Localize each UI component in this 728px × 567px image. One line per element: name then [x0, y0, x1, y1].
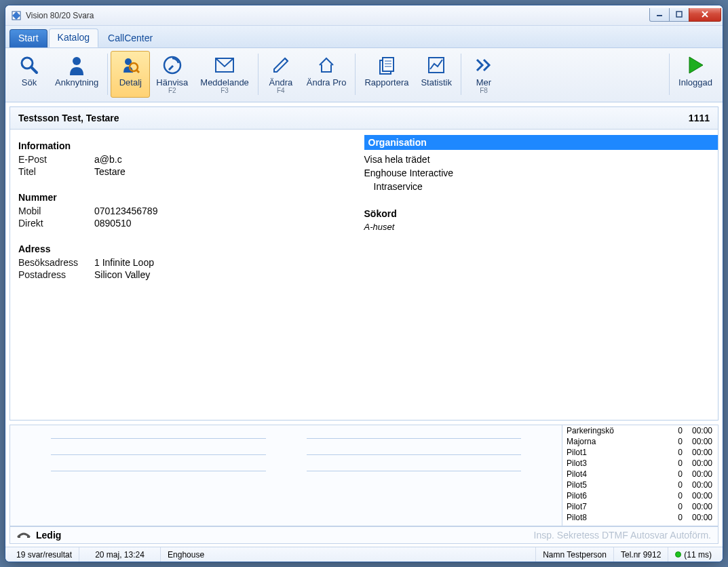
note-line — [51, 470, 266, 471]
queue-count: 0 — [669, 502, 683, 511]
extension-button[interactable]: Anknytning — [49, 51, 104, 98]
tab-callcenter[interactable]: CallCenter — [100, 30, 161, 47]
app-icon — [11, 10, 22, 21]
info-heading: Information — [18, 140, 364, 151]
status-ping: (11 ms) — [668, 547, 719, 562]
more-shortcut: F8 — [480, 87, 488, 94]
queue-count: 0 — [669, 437, 683, 446]
person-magnifier-icon — [119, 54, 141, 76]
contact-card: Testsson Test, Testare 1111 Information … — [9, 106, 719, 421]
svg-point-5 — [73, 57, 81, 65]
phone-icon — [17, 530, 31, 541]
pencil-icon — [270, 54, 292, 76]
queue-row[interactable]: Pilot4000:00 — [562, 469, 718, 480]
queue-name: Pilot1 — [567, 448, 669, 457]
direkt-label: Direkt — [18, 218, 94, 229]
edit-pro-label: Ändra Pro — [307, 77, 347, 87]
magnifier-icon — [18, 54, 40, 76]
message-shortcut: F3 — [221, 87, 229, 94]
detail-button[interactable]: Detalj — [111, 51, 150, 98]
contact-extension: 1111 — [689, 113, 710, 123]
queue-name: Pilot7 — [567, 502, 669, 511]
status-datetime: 20 maj, 13:24 — [79, 547, 161, 562]
report-label: Rapportera — [364, 77, 408, 87]
org-show-tree[interactable]: Visa hela trädet — [364, 153, 710, 166]
post-value: Silicon Valley — [94, 269, 150, 280]
note-line — [307, 437, 522, 439]
svg-rect-2 — [676, 12, 682, 17]
status-dot-icon — [675, 551, 681, 558]
message-button[interactable]: Meddelande F3 — [194, 51, 255, 98]
queue-name: Majorna — [567, 437, 669, 446]
stats-button[interactable]: Statistik — [415, 51, 458, 98]
queue-count: 0 — [669, 513, 683, 522]
svg-line-4 — [31, 67, 37, 73]
queue-name: Pilot4 — [567, 469, 669, 479]
queue-count: 0 — [669, 426, 683, 435]
note-line — [307, 470, 522, 471]
org-level-1[interactable]: Enghouse Interactive — [364, 166, 710, 180]
report-button[interactable]: Rapportera — [358, 51, 415, 98]
envelope-icon — [214, 54, 235, 76]
extension-label: Anknytning — [55, 77, 98, 87]
edit-pro-button[interactable]: Ändra Pro — [301, 51, 353, 98]
titlebar: Vision 80/20 Svara — [5, 5, 723, 26]
window-controls — [650, 8, 721, 23]
note-area[interactable] — [9, 425, 562, 526]
svg-rect-18 — [27, 536, 30, 538]
queue-row[interactable]: Parkeringskö000:00 — [562, 425, 718, 436]
tab-katalog[interactable]: Katalog — [49, 28, 98, 47]
queue-row[interactable]: Pilot7000:00 — [562, 501, 718, 512]
callbar: Ledig Insp. Sekretess DTMF Autosvar Auto… — [9, 526, 719, 544]
queue-count: 0 — [669, 469, 683, 479]
maximize-button[interactable] — [669, 8, 689, 22]
queue-time: 00:00 — [683, 480, 712, 490]
statusbar: 19 svar/resultat 20 maj, 13:24 Enghouse … — [5, 547, 723, 562]
house-icon — [315, 54, 337, 76]
more-label: Mer — [476, 77, 491, 87]
divert-button[interactable]: Hänvisa F2 — [150, 51, 194, 98]
status-telnr: Tel.nr 9912 — [614, 547, 668, 562]
queue-name: Parkeringskö — [567, 426, 669, 435]
app-window: Vision 80/20 Svara Start Katalog CallCen… — [5, 5, 723, 562]
queue-name: Pilot3 — [567, 458, 669, 468]
tab-start[interactable]: Start — [9, 29, 47, 47]
queue-time: 00:00 — [683, 491, 712, 501]
stats-label: Statistik — [421, 77, 452, 87]
organisation-heading[interactable]: Organisation — [364, 135, 719, 150]
epost-label: E-Post — [18, 154, 94, 165]
titel-value: Testare — [94, 166, 126, 177]
divert-label: Hänvisa — [156, 77, 188, 87]
contact-left-col: Information E-Posta@b.c TitelTestare Num… — [18, 136, 364, 281]
divert-shortcut: F2 — [168, 87, 176, 94]
close-button[interactable] — [689, 8, 721, 22]
detail-label: Detalj — [119, 77, 142, 87]
more-button[interactable]: Mer F8 — [464, 51, 503, 98]
queue-row[interactable]: Pilot8000:00 — [562, 512, 718, 523]
edit-shortcut: F4 — [277, 87, 285, 94]
queue-row[interactable]: Majorna000:00 — [562, 436, 718, 447]
play-icon — [685, 54, 706, 76]
edit-button[interactable]: Ändra F4 — [261, 51, 301, 98]
call-flags: Insp. Sekretess DTMF Autosvar Autoförm. — [534, 530, 711, 541]
epost-value: a@b.c — [94, 154, 122, 165]
search-label: Sök — [22, 77, 37, 87]
mobil-label: Mobil — [18, 206, 94, 216]
besok-value: 1 Infinite Loop — [94, 257, 154, 268]
queue-time: 00:00 — [683, 469, 712, 479]
org-level-2[interactable]: Intraservice — [364, 180, 710, 193]
queue-time: 00:00 — [683, 437, 712, 446]
queue-row[interactable]: Pilot3000:00 — [562, 458, 718, 469]
queue-list[interactable]: Parkeringskö000:00Majorna000:00Pilot1000… — [562, 425, 719, 526]
queue-time: 00:00 — [683, 458, 712, 468]
queue-row[interactable]: Pilot5000:00 — [562, 480, 718, 490]
search-button[interactable]: Sök — [9, 51, 49, 98]
logged-in-button[interactable]: Inloggad — [672, 51, 719, 98]
queue-row[interactable]: Pilot1000:00 — [562, 447, 718, 458]
ribbon-tabs: Start Katalog CallCenter — [5, 26, 723, 47]
note-line — [51, 454, 266, 455]
svg-line-8 — [136, 70, 139, 73]
queue-count: 0 — [669, 458, 683, 468]
queue-row[interactable]: Pilot6000:00 — [562, 490, 718, 501]
minimize-button[interactable] — [649, 8, 670, 22]
